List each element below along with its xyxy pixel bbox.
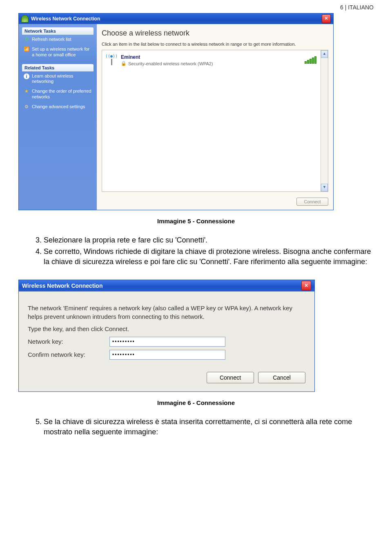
network-list-inner: Eminent 🔒 Security-enabled wireless netw… <box>102 50 321 191</box>
step-5: Se la chiave di sicurezza wireless è sta… <box>44 417 374 438</box>
connect-button[interactable]: Connect <box>296 198 328 206</box>
sidebar-item-learn[interactable]: i Learn about wireless networking <box>22 71 94 87</box>
step-4: Se corretto, Windows richiede di digitar… <box>44 247 374 267</box>
titlebar[interactable]: Wireless Network Connection × <box>19 13 333 24</box>
label-confirm-key: Confirm network key: <box>28 351 109 358</box>
connect-button[interactable]: Connect <box>207 372 254 383</box>
lock-icon: 🔒 <box>121 61 127 66</box>
document-page: 6 | ITALIANO Wireless Network Connection… <box>0 0 392 466</box>
network-list: Eminent 🔒 Security-enabled wireless netw… <box>102 50 328 192</box>
sidebar-heading-network-tasks: Network Tasks <box>22 27 94 35</box>
titlebar[interactable]: Wireless Network Connection × <box>19 280 314 291</box>
dialog-body: The network 'Eminent' requires a network… <box>19 291 314 391</box>
connect-row: Connect <box>296 198 328 206</box>
input-confirm-key[interactable] <box>109 350 225 360</box>
star-icon: ★ <box>24 89 29 94</box>
info-icon: i <box>24 73 29 79</box>
screenshot-wireless-list: Wireless Network Connection × Network Ta… <box>18 13 334 210</box>
scroll-track[interactable] <box>321 58 328 184</box>
window-body: Network Tasks ↻ Refresh network list 📶 S… <box>19 24 333 210</box>
antenna-icon: 📶 <box>24 47 29 52</box>
input-network-key[interactable] <box>109 337 225 347</box>
row-network-key: Network key: <box>28 337 305 347</box>
sidebar-item-refresh[interactable]: ↻ Refresh network list <box>22 35 94 44</box>
caption-image-6: Immagine 6 - Connessione <box>18 399 374 406</box>
caption-image-5: Immagine 5 - Connessione <box>18 218 374 225</box>
instruction-list-2: Se la chiave di sicurezza wireless è sta… <box>18 417 374 438</box>
panel-description: Click an item in the list below to conne… <box>102 42 328 47</box>
dialog-buttons: Connect Cancel <box>28 372 305 383</box>
step-3: Selezionare la propria rete e fare clic … <box>44 235 374 246</box>
wifi-icon <box>21 15 29 22</box>
close-icon[interactable]: × <box>301 281 311 291</box>
sidebar-item-advanced[interactable]: ⚙ Change advanced settings <box>22 102 94 112</box>
dialog-text-2: Type the key, and then click Connect. <box>28 325 305 334</box>
sidebar: Network Tasks ↻ Refresh network list 📶 S… <box>19 24 97 210</box>
row-confirm-key: Confirm network key: <box>28 350 305 360</box>
gear-icon: ⚙ <box>24 104 29 110</box>
network-antenna-icon <box>106 55 118 66</box>
sidebar-item-setup[interactable]: 📶 Set up a wireless network for a home o… <box>22 44 94 60</box>
refresh-icon: ↻ <box>24 37 29 42</box>
window-title: Wireless Network Connection <box>31 16 100 22</box>
screenshot-network-key-dialog: Wireless Network Connection × The networ… <box>18 280 315 392</box>
scroll-up-icon[interactable]: ▲ <box>321 50 328 58</box>
network-name: Eminent <box>121 54 301 60</box>
scroll-down-icon[interactable]: ▼ <box>321 184 328 191</box>
close-icon[interactable]: × <box>322 14 331 23</box>
network-text: Eminent 🔒 Security-enabled wireless netw… <box>121 54 301 66</box>
instruction-list: Selezionare la propria rete e fare clic … <box>18 235 374 267</box>
dialog-text-1: The network 'Eminent' requires a network… <box>28 304 305 322</box>
panel-heading: Choose a wireless network <box>102 29 328 38</box>
cancel-button[interactable]: Cancel <box>258 372 305 383</box>
network-subtext: 🔒 Security-enabled wireless network (WPA… <box>121 61 301 66</box>
sidebar-item-order[interactable]: ★ Change the order of preferred networks <box>22 87 94 102</box>
network-item[interactable]: Eminent 🔒 Security-enabled wireless netw… <box>105 53 317 68</box>
main-panel: Choose a wireless network Click an item … <box>97 24 333 210</box>
label-network-key: Network key: <box>28 338 109 345</box>
scrollbar[interactable]: ▲ ▼ <box>321 50 328 191</box>
window-title: Wireless Network Connection <box>22 282 102 289</box>
sidebar-heading-related-tasks: Related Tasks <box>22 64 94 71</box>
page-header: 6 | ITALIANO <box>18 4 374 11</box>
signal-strength-icon <box>305 57 316 64</box>
